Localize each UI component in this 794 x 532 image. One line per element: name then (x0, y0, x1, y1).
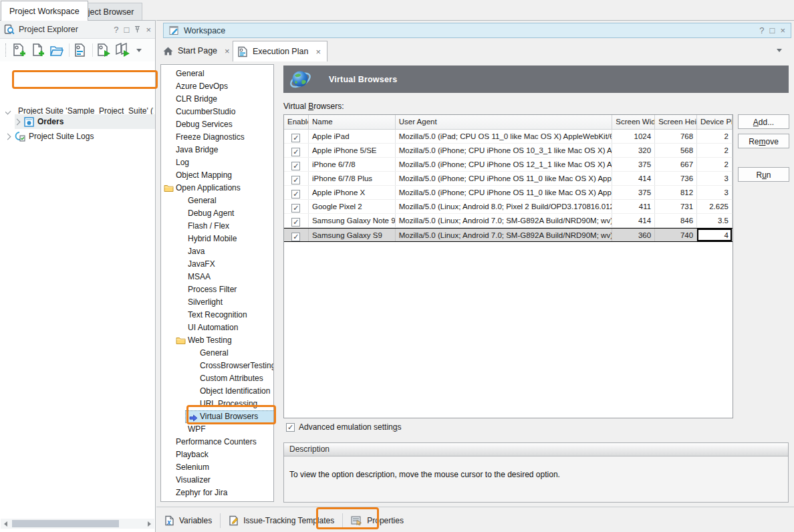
device-pixel-cell[interactable]: 2 (697, 130, 733, 143)
settings-nav-item-ui-automation[interactable]: UI Automation (161, 321, 273, 334)
settings-nav-item-selenium[interactable]: Selenium (161, 461, 273, 474)
run-button[interactable]: Run (738, 167, 789, 182)
settings-nav-item-object-identification[interactable]: Object Identification (161, 385, 273, 398)
screen-width-cell[interactable]: 414 (612, 214, 655, 227)
screen-width-cell[interactable]: 411 (612, 200, 655, 213)
column-header-user-agent[interactable]: User Agent (396, 115, 612, 129)
screen-width-cell[interactable]: 320 (612, 144, 655, 157)
settings-nav-item-java-bridge[interactable]: Java Bridge (161, 144, 273, 156)
name-cell[interactable]: Samsung Galaxy Note 9 (309, 214, 396, 227)
enable-checkbox[interactable]: ✓ (291, 134, 300, 142)
settings-nav-item-text-recognition[interactable]: Text Recognition (161, 309, 273, 321)
user-agent-cell[interactable]: Mozilla/5.0 (iPhone; CPU iPhone OS 11_0 … (396, 172, 612, 185)
enable-checkbox[interactable]: ✓ (291, 148, 300, 156)
settings-nav-item-clr-bridge[interactable]: CLR Bridge (161, 93, 273, 106)
scroll-right-arrow-icon[interactable] (148, 521, 151, 527)
name-cell[interactable]: iPhone 6/7/8 Plus (309, 172, 396, 185)
column-header-device-pi[interactable]: Device Pi (697, 115, 733, 129)
tab-list-dropdown-caret[interactable] (777, 49, 782, 52)
enable-cell[interactable]: ✓ (284, 200, 309, 213)
screen-height-cell[interactable]: 812 (655, 186, 697, 199)
enable-cell[interactable]: ✓ (284, 144, 309, 157)
user-agent-cell[interactable]: Mozilla/5.0 (iPhone; CPU iPhone OS 12_1_… (396, 158, 612, 171)
settings-nav-item-hybrid-mobile[interactable]: Hybrid Mobile (161, 233, 273, 245)
name-cell[interactable]: Google Pixel 2 (309, 200, 396, 213)
close-tab-icon[interactable]: × (313, 47, 323, 57)
name-cell[interactable]: iPhone 6/7/8 (309, 158, 396, 171)
add-project-suite-icon[interactable] (12, 43, 27, 57)
screen-width-cell[interactable]: 1024 (612, 130, 655, 143)
device-pixel-cell[interactable]: 3 (697, 172, 733, 185)
screen-height-cell[interactable]: 768 (655, 130, 697, 143)
run-project-suite-icon[interactable] (115, 43, 131, 57)
settings-nav-item-zephyr-for-jira[interactable]: Zephyr for Jira (161, 487, 273, 499)
settings-nav-item-playback[interactable]: Playback (161, 448, 273, 461)
settings-nav-item-virtual-browsers[interactable]: Virtual Browsers (185, 410, 274, 423)
scroll-left-arrow-icon[interactable] (4, 521, 7, 527)
screen-height-cell[interactable]: 846 (655, 214, 697, 227)
browser-row-iphone-6-7-8-plus[interactable]: ✓iPhone 6/7/8 PlusMozilla/5.0 (iPhone; C… (284, 172, 733, 186)
enable-cell[interactable]: ✓ (284, 130, 309, 143)
browser-row-samsung-galaxy-note-9[interactable]: ✓Samsung Galaxy Note 9Mozilla/5.0 (Linux… (284, 214, 733, 228)
advanced-emulation-checkbox[interactable]: ✓ (286, 423, 295, 432)
browser-row-apple-iphone-5-se[interactable]: ✓Apple iPhone 5/SEMozilla/5.0 (iPhone; C… (284, 144, 733, 158)
tree-item-orders[interactable]: Orders (15, 114, 155, 129)
close-tab-icon[interactable]: × (223, 46, 232, 56)
name-cell[interactable]: Samsung Galaxy S9 (309, 229, 396, 241)
settings-nav-item-general[interactable]: General (161, 347, 273, 360)
screen-height-cell[interactable]: 731 (655, 200, 697, 213)
user-agent-cell[interactable]: Mozilla/5.0 (Linux; Android 7.0; SM-G892… (396, 229, 612, 241)
tab-execution-plan[interactable]: Execution Plan × (233, 41, 327, 61)
virtual-browsers-table[interactable]: EnableNameUser AgentScreen WidScreen Hei… (283, 114, 733, 418)
browser-row-google-pixel-2[interactable]: ✓Google Pixel 2Mozilla/5.0 (Linux; Andro… (284, 200, 733, 214)
expander-closed-icon[interactable] (5, 133, 11, 140)
expander-open-icon[interactable] (5, 108, 11, 114)
screen-height-cell[interactable]: 740 (655, 229, 697, 241)
maximize-icon[interactable]: □ (770, 26, 775, 35)
add-project-item-icon[interactable] (31, 43, 45, 57)
settings-nav-item-process-filter[interactable]: Process Filter (161, 283, 273, 296)
settings-nav-item-general[interactable]: General (161, 194, 273, 207)
user-agent-cell[interactable]: Mozilla/5.0 (Linux; Android 7.0; SM-G892… (396, 214, 612, 227)
user-agent-cell[interactable]: Mozilla/5.0 (iPad; CPU OS 11_0 like Mac … (396, 130, 612, 143)
settings-nav-item-web-testing[interactable]: Web Testing (161, 334, 273, 347)
settings-nav-item-visualizer[interactable]: Visualizer (161, 474, 273, 487)
column-header-name[interactable]: Name (309, 115, 396, 129)
enable-checkbox[interactable]: ✓ (291, 162, 300, 170)
toolbar-dropdown-caret[interactable] (136, 49, 142, 52)
screen-width-cell[interactable]: 360 (612, 229, 655, 241)
settings-nav-item-wpf[interactable]: WPF (161, 423, 273, 436)
close-icon[interactable]: × (146, 25, 151, 34)
enable-cell[interactable]: ✓ (284, 229, 309, 241)
device-pixel-cell[interactable]: 3 (697, 186, 733, 199)
device-pixel-cell[interactable]: 2 (697, 144, 733, 157)
screen-width-cell[interactable]: 375 (612, 186, 655, 199)
remove-button[interactable]: Remove (738, 134, 789, 148)
settings-nav-item-java[interactable]: Java (161, 245, 273, 258)
close-icon[interactable]: × (780, 26, 785, 35)
tab-project-workspace[interactable]: Project Workspace (1, 1, 88, 21)
settings-nav-item-debug-agent[interactable]: Debug Agent (161, 207, 273, 220)
browser-row-apple-iphone-x[interactable]: ✓Apple iPhone XMozilla/5.0 (iPhone; CPU … (284, 186, 733, 200)
run-project-icon[interactable] (96, 43, 111, 57)
tab-properties[interactable]: Properties (343, 512, 412, 529)
settings-nav-item-object-mapping[interactable]: Object Mapping (161, 169, 273, 182)
settings-nav-item-log[interactable]: Log (161, 156, 273, 169)
enable-cell[interactable]: ✓ (284, 158, 309, 171)
settings-nav-item-general[interactable]: General (161, 68, 273, 80)
enable-cell[interactable]: ✓ (284, 186, 309, 199)
settings-nav-item-url-processing[interactable]: URL Processing (161, 398, 273, 410)
settings-nav-item-msaa[interactable]: MSAA (161, 271, 273, 283)
settings-nav-item-performance-counters[interactable]: Performance Counters (161, 436, 273, 448)
browser-row-iphone-6-7-8[interactable]: ✓iPhone 6/7/8Mozilla/5.0 (iPhone; CPU iP… (284, 158, 733, 172)
device-pixel-cell[interactable]: 2.625 (697, 200, 733, 213)
enable-checkbox[interactable]: ✓ (291, 233, 300, 241)
column-header-screen-wid[interactable]: Screen Wid (612, 115, 655, 129)
settings-nav-item-open-applications[interactable]: Open Applications (161, 182, 273, 194)
screen-height-cell[interactable]: 667 (655, 158, 697, 171)
tab-issue-tracking-templates[interactable]: Issue-Tracking Templates (221, 512, 342, 529)
enable-checkbox[interactable]: ✓ (291, 218, 300, 227)
help-icon[interactable]: ? (759, 26, 764, 35)
settings-nav-item-azure-devops[interactable]: Azure DevOps (161, 80, 273, 93)
horizontal-scrollbar[interactable] (1, 519, 154, 529)
